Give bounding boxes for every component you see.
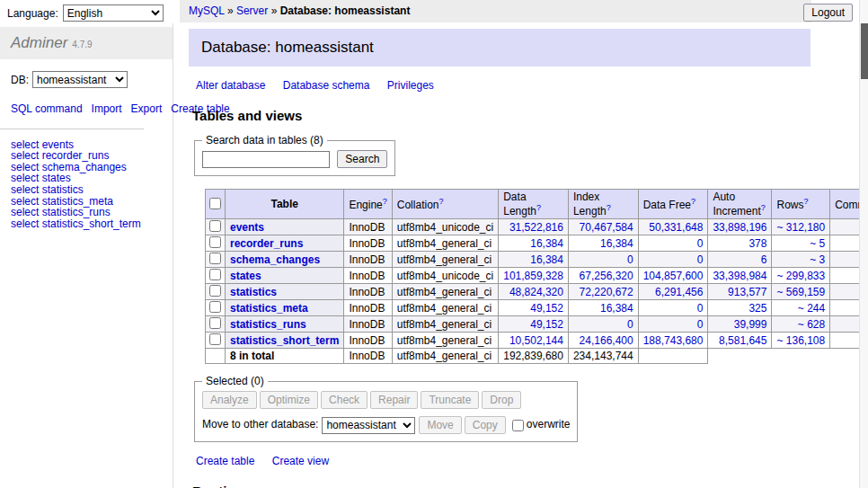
data-length-link[interactable]: 10,502,144	[509, 334, 563, 347]
move-db-select[interactable]: homeassistant	[322, 417, 415, 434]
db-select[interactable]: homeassistant	[32, 71, 128, 88]
column-help-link[interactable]: ?	[536, 203, 541, 212]
index-length-link[interactable]: 70,467,584	[580, 221, 633, 234]
analyze-button[interactable]: Analyze	[202, 391, 257, 409]
rows-link[interactable]: ~ 312,180	[776, 221, 825, 234]
data-free-link[interactable]: 6,291,456	[655, 286, 703, 298]
index-length-link[interactable]: 67,256,320	[580, 270, 633, 282]
index-length-link[interactable]: 16,384	[600, 237, 633, 250]
index-length-link[interactable]: 16,384	[600, 302, 633, 315]
rows-link[interactable]: ~ 628	[798, 318, 825, 331]
sidebar-link-import[interactable]: Import	[92, 102, 122, 115]
data-free-link[interactable]: 0	[697, 302, 704, 315]
truncate-button[interactable]: Truncate	[421, 391, 479, 409]
optimize-button[interactable]: Optimize	[260, 391, 318, 409]
repair-button[interactable]: Repair	[370, 391, 418, 409]
data-free-link[interactable]: 0	[697, 237, 704, 250]
data-free-link[interactable]: 50,331,648	[649, 221, 703, 234]
select-all-checkbox[interactable]	[209, 198, 221, 209]
index-length-link[interactable]: 0	[627, 318, 633, 331]
language-select[interactable]: English	[63, 4, 164, 22]
create-table-link[interactable]: Create table	[196, 455, 254, 467]
data-length-link[interactable]: 49,152	[530, 302, 563, 315]
row-check-cell	[206, 316, 226, 333]
table-name-link[interactable]: statistics_runs	[230, 318, 306, 331]
row-checkbox[interactable]	[209, 236, 221, 248]
data-length-link[interactable]: 16,384	[530, 253, 563, 266]
data-length-link[interactable]: 49,152	[530, 318, 563, 331]
database-schema-link[interactable]: Database schema	[283, 79, 370, 92]
row-checkbox[interactable]	[209, 253, 221, 264]
rows-link[interactable]: ~ 5	[810, 237, 825, 250]
row-checkbox[interactable]	[209, 317, 221, 329]
column-help-link[interactable]: ?	[438, 197, 443, 206]
row-checkbox[interactable]	[209, 333, 221, 345]
rows-link[interactable]: ~ 299,833	[776, 270, 825, 282]
copy-button[interactable]: Copy	[465, 416, 506, 434]
table-name-link[interactable]: statistics_meta	[230, 302, 308, 315]
data-length-link[interactable]: 48,824,320	[509, 286, 563, 298]
alter-database-link[interactable]: Alter database	[196, 79, 265, 92]
drop-button[interactable]: Drop	[482, 391, 521, 409]
column-help-link[interactable]: ?	[383, 197, 387, 206]
breadcrumb-server-link[interactable]: Server	[236, 4, 268, 17]
auto-increment-link[interactable]: 33,398,984	[713, 270, 766, 282]
index-length-link[interactable]: 72,220,672	[580, 286, 633, 298]
table-name-link[interactable]: events	[230, 221, 264, 234]
overwrite-checkbox[interactable]	[512, 420, 524, 431]
column-help-link[interactable]: ?	[691, 197, 695, 206]
table-name-link[interactable]: statistics	[230, 286, 277, 298]
row-checkbox[interactable]	[209, 269, 221, 280]
create-view-link[interactable]: Create view	[272, 455, 329, 467]
auto-increment-link[interactable]: 913,577	[728, 286, 766, 298]
table-name-link[interactable]: recorder_runs	[230, 237, 303, 250]
auto-increment-link[interactable]: 39,999	[734, 318, 767, 331]
data-length-link[interactable]: 31,522,816	[509, 221, 563, 234]
row-checkbox[interactable]	[209, 285, 221, 297]
rows-link[interactable]: ~ 3	[810, 253, 825, 266]
index-length-link[interactable]: 0	[627, 253, 633, 266]
collation-cell: utf8mb4_general_ci	[392, 252, 498, 268]
rows-link[interactable]: ~ 569,159	[776, 286, 825, 298]
app-name[interactable]: Adminer	[11, 34, 67, 51]
auto-increment-link[interactable]: 8,581,645	[719, 334, 766, 347]
data-free-link[interactable]: 0	[697, 253, 704, 266]
breadcrumb-current: Database: homeassistant	[280, 4, 411, 17]
breadcrumb-root-link[interactable]: MySQL	[189, 4, 225, 17]
sidebar-table-link[interactable]: select statistics_short_term	[11, 217, 141, 230]
sidebar-link-export[interactable]: Export	[131, 102, 163, 115]
logout-button[interactable]: Logout	[803, 4, 853, 22]
auto-increment-link[interactable]: 378	[748, 237, 766, 250]
search-input[interactable]	[202, 151, 330, 168]
auto-increment-link[interactable]: 325	[748, 302, 766, 315]
data-free-link[interactable]: 188,743,680	[643, 334, 704, 347]
rows-link[interactable]: ~ 136,108	[776, 334, 825, 347]
row-checkbox[interactable]	[209, 301, 221, 313]
scrollbar[interactable]	[859, 0, 868, 488]
index-length-link[interactable]: 24,166,400	[580, 334, 633, 347]
auto-increment-link[interactable]: 6	[761, 253, 767, 266]
move-label: Move to other database:	[202, 418, 318, 430]
collation-cell: utf8mb4_general_ci	[392, 333, 498, 349]
table-name-link[interactable]: schema_changes	[230, 253, 320, 266]
check-button[interactable]: Check	[321, 391, 368, 409]
breadcrumb-separator: »	[227, 4, 234, 17]
data-free-link[interactable]: 0	[697, 318, 704, 331]
table-name-link[interactable]: states	[230, 270, 261, 282]
row-checkbox[interactable]	[209, 220, 221, 232]
search-button[interactable]: Search	[337, 150, 387, 168]
table-name-link[interactable]: statistics_short_term	[230, 334, 339, 347]
data-length-link[interactable]: 101,859,328	[503, 270, 563, 282]
rows-link[interactable]: ~ 244	[798, 302, 825, 315]
table-name-cell: states	[226, 268, 344, 284]
move-button[interactable]: Move	[419, 416, 461, 434]
privileges-link[interactable]: Privileges	[387, 79, 434, 92]
column-help-link[interactable]: ?	[761, 203, 766, 212]
sidebar-link-sql-command[interactable]: SQL command	[11, 102, 83, 115]
scrollbar-thumb[interactable]	[861, 23, 868, 79]
data-length-link[interactable]: 16,384	[530, 237, 563, 250]
column-help-link[interactable]: ?	[803, 197, 808, 206]
data-free-link[interactable]: 104,857,600	[643, 270, 704, 282]
column-help-link[interactable]: ?	[607, 203, 611, 212]
auto-increment-link[interactable]: 33,898,196	[713, 221, 766, 234]
